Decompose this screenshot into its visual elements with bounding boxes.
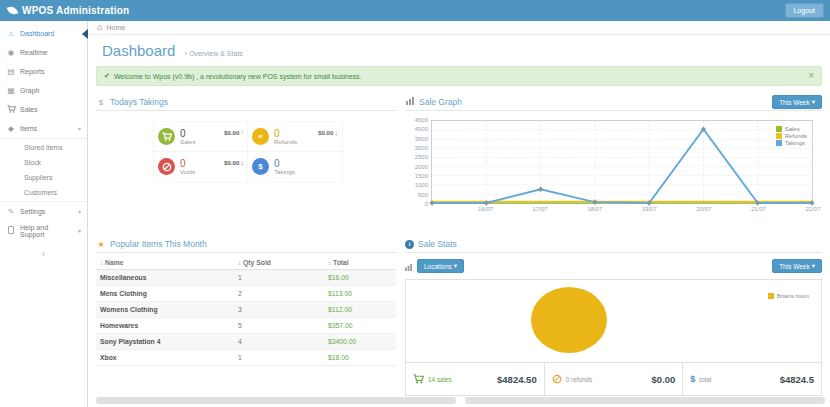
sidebar-collapse-button[interactable]: ‹ bbox=[35, 249, 53, 259]
ban-icon bbox=[158, 158, 175, 175]
report-table-icon: ▤ bbox=[6, 67, 16, 76]
welcome-alert: ✔ Welcome to Wpos (v0.9b) , a revolution… bbox=[96, 66, 822, 86]
sidebar-item-items[interactable]: ◆ Items ▾ bbox=[0, 119, 87, 138]
star-icon: ★ bbox=[96, 240, 106, 249]
takings-tiles: 0Sales $0.00↑ « 0Refunds $0.00↓ 0Voids $… bbox=[154, 122, 342, 182]
column-header-qty-sold[interactable]: ↕Qty Sold bbox=[234, 256, 324, 270]
graph-range-button[interactable]: This Week▾ bbox=[772, 95, 822, 109]
sidebar-item-graph[interactable]: ▦ Graph bbox=[0, 81, 87, 100]
panel-title: Sale Stats bbox=[418, 239, 457, 249]
column-header-name[interactable]: ↕Name bbox=[96, 256, 234, 270]
dashboard-columns: $ Todays Takings 0Sales $0.00↑ « 0Refund… bbox=[88, 94, 830, 405]
sale-graph-header: Sale Graph This Week▾ bbox=[405, 94, 822, 111]
voids-label: Voids bbox=[180, 169, 195, 176]
page-subtitle: › Overview & Stats bbox=[185, 50, 243, 57]
sales-label: Sales bbox=[180, 139, 195, 146]
right-column: Sale Graph This Week▾ 450040003500300025… bbox=[405, 94, 822, 405]
sidebar-item-dashboard[interactable]: ⌂ Dashboard bbox=[0, 24, 87, 43]
stat-tile-refunds: « 0Refunds $0.00↓ bbox=[248, 122, 342, 152]
sales-amount: $0.00 bbox=[224, 129, 239, 136]
table-row[interactable]: Homewares 5 $357.00 bbox=[96, 318, 396, 334]
item-name: Homewares bbox=[96, 318, 234, 334]
info-icon: i bbox=[405, 240, 414, 249]
summary-total: $ total $4824.5 bbox=[682, 363, 821, 395]
sidebar-item-label: Reports bbox=[20, 68, 45, 75]
popular-items-panel: ★ Popular Items This Month ↕Name ↕Qty So… bbox=[96, 236, 396, 366]
pie-chart bbox=[531, 287, 607, 353]
sidebar-item-settings[interactable]: ✎ Settings ▾ bbox=[0, 202, 87, 221]
item-name: Mens Clothing bbox=[96, 286, 234, 302]
item-qty: 4 bbox=[234, 334, 324, 350]
item-qty: 1 bbox=[234, 270, 324, 286]
refunds-label: Refunds bbox=[274, 139, 297, 146]
dollar-icon: $ bbox=[252, 158, 269, 175]
sidebar-subitem-suppliers[interactable]: Suppliers bbox=[0, 170, 87, 185]
sort-icon: ↕ bbox=[328, 260, 331, 266]
table-row[interactable]: Womens Clothing 3 $112.00 bbox=[96, 302, 396, 318]
table-row[interactable]: Xbox 1 $18.00 bbox=[96, 350, 396, 366]
sidebar-item-reports[interactable]: ▤ Reports bbox=[0, 62, 87, 81]
cart-icon bbox=[158, 128, 175, 145]
left-column: $ Todays Takings 0Sales $0.00↑ « 0Refund… bbox=[96, 94, 396, 375]
item-name: Sony Playstation 4 bbox=[96, 334, 234, 350]
sidebar-item-sales[interactable]: Sales bbox=[0, 100, 87, 119]
footer-panel-stub bbox=[96, 397, 456, 404]
footer-panel-stub bbox=[465, 397, 825, 404]
sidebar-subitem-stored-items[interactable]: Stored Items bbox=[0, 140, 87, 155]
cart-icon bbox=[6, 105, 16, 115]
sidebar-item-label: Sales bbox=[20, 106, 38, 113]
summary-refunds-value: $0.00 bbox=[652, 374, 676, 385]
item-total: $113.00 bbox=[324, 286, 396, 302]
todays-takings-header: $ Todays Takings bbox=[96, 94, 396, 111]
bar-chart-icon bbox=[405, 97, 415, 107]
summary-refunds-label: 0 refunds bbox=[566, 376, 593, 383]
graph-icon: ▦ bbox=[6, 86, 16, 95]
item-qty: 5 bbox=[234, 318, 324, 334]
popular-items-table: ↕Name ↕Qty Sold ↕Total Miscellaneous 1 $… bbox=[96, 256, 396, 366]
summary-sales: 14 sales $4824.50 bbox=[406, 363, 544, 395]
table-row[interactable]: Mens Clothing 2 $113.00 bbox=[96, 286, 396, 302]
sale-stats-header: i Sale Stats bbox=[405, 236, 822, 253]
locations-dropdown-button[interactable]: Locations▾ bbox=[417, 259, 464, 273]
pencil-icon: ✎ bbox=[6, 207, 16, 216]
caret-down-icon: ▾ bbox=[812, 98, 815, 106]
item-qty: 2 bbox=[234, 286, 324, 302]
y-axis-labels: 450040003500300025002000150010005000 bbox=[410, 120, 428, 204]
sidebar-item-help-and-support[interactable]: Help and Support ▾ bbox=[0, 221, 87, 240]
sidebar-item-realtime[interactable]: ◉ Realtime bbox=[0, 43, 87, 62]
sale-stats-toolbar: Locations▾ This Week▾ bbox=[405, 257, 822, 275]
legend-label: Takings bbox=[785, 140, 805, 146]
legend-label: Sales bbox=[785, 126, 800, 132]
sale-stats-summary: 14 sales $4824.50 0 refunds $0.00 $ tota… bbox=[405, 363, 822, 396]
chevron-down-icon: ▾ bbox=[78, 227, 81, 234]
cart-icon bbox=[413, 370, 424, 388]
stats-range-button[interactable]: This Week▾ bbox=[772, 259, 822, 273]
item-total: $16.00 bbox=[324, 270, 396, 286]
arrow-down-icon: ↓ bbox=[241, 159, 245, 166]
voids-amount: $0.00 bbox=[224, 159, 239, 166]
page-title: Dashboard bbox=[102, 42, 175, 59]
sidebar-subitem-stock[interactable]: Stock bbox=[0, 155, 87, 170]
caret-down-icon: ▾ bbox=[454, 262, 457, 270]
column-header-total[interactable]: ↕Total bbox=[324, 256, 396, 270]
sidebar-item-label: Dashboard bbox=[20, 30, 54, 37]
legend-label: Refunds bbox=[785, 133, 807, 139]
breadcrumb[interactable]: ⌂ Home bbox=[88, 21, 830, 35]
sidebar-subitem-customers[interactable]: Customers bbox=[0, 185, 87, 200]
wpos-leaf-logo-icon bbox=[7, 5, 19, 17]
table-row[interactable]: Miscellaneous 1 $16.00 bbox=[96, 270, 396, 286]
sale-graph-panel: Sale Graph This Week▾ 450040003500300025… bbox=[405, 94, 822, 227]
sort-icon: ↕ bbox=[100, 260, 103, 266]
arrow-up-icon: ↑ bbox=[241, 129, 245, 136]
table-row[interactable]: Sony Playstation 4 4 $3400.00 bbox=[96, 334, 396, 350]
refunds-amount: $0.00 bbox=[318, 129, 333, 136]
sort-icon: ↕ bbox=[238, 260, 241, 266]
summary-sales-label: 14 sales bbox=[428, 376, 452, 383]
todays-takings-panel: $ Todays Takings 0Sales $0.00↑ « 0Refund… bbox=[96, 94, 396, 227]
sidebar: ⌂ Dashboard ◉ Realtime ▤ Reports ▦ Graph… bbox=[0, 21, 88, 407]
chevron-down-icon: ▾ bbox=[78, 208, 81, 215]
item-total: $3400.00 bbox=[324, 334, 396, 350]
logout-button[interactable]: Logout bbox=[785, 3, 824, 18]
alert-close-icon[interactable]: × bbox=[808, 71, 814, 81]
document-icon bbox=[6, 226, 16, 236]
